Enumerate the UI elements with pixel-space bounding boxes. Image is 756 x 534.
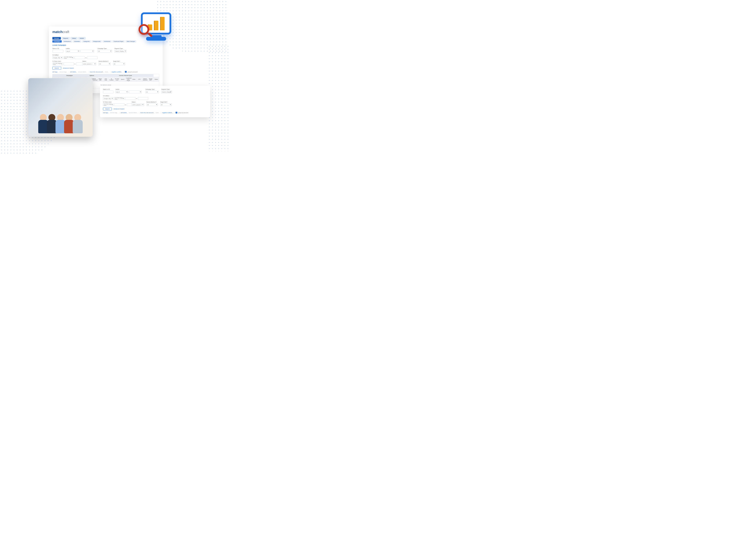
- tab-admin[interactable]: Admin: [78, 37, 86, 39]
- action-move[interactable]: move into new account...: [90, 71, 104, 73]
- input-times-used-from[interactable]: [64, 63, 74, 65]
- f-advanced-search-link[interactable]: Advanced Search: [114, 108, 124, 110]
- sub-nav: Campaigns Notifications Estimates Catego…: [52, 40, 159, 42]
- col-combined[interactable]: Combined Click Target: [125, 77, 131, 82]
- select-status[interactable]: active, paused, n: [82, 63, 96, 65]
- chevron-down-icon: [109, 64, 110, 64]
- col-cpc[interactable]: CPC: [137, 77, 142, 82]
- f-select-labels-mode[interactable]: any of: [116, 90, 128, 93]
- f-input-times-used-from[interactable]: [114, 103, 124, 106]
- decorative-dots-right: [208, 45, 229, 152]
- chevron-down-icon: [110, 51, 111, 51]
- f-label-campaign-type: Campaign Type:: [146, 89, 159, 90]
- col-time[interactable]: % Time Used: [114, 77, 120, 82]
- separator: |: [88, 71, 89, 73]
- f-action-remove-labels[interactable]: remove labels...: [129, 112, 138, 114]
- f-select-times-used-op[interactable]: is in the range from: [103, 103, 113, 106]
- tab-reports[interactable]: Reports: [62, 37, 70, 39]
- select-times-used-op[interactable]: is in the range from: [52, 63, 63, 65]
- subtab-bulk-changes[interactable]: Bulk Changes: [125, 40, 136, 42]
- f-action-remove-tags[interactable]: remove tags...: [110, 112, 118, 114]
- separator: |: [174, 112, 175, 114]
- col-end[interactable]: End Date: [103, 77, 109, 82]
- float-filter-row-1: Name or ID: Labels: any of Campaign Type…: [103, 89, 207, 100]
- select-fulfilled-source[interactable]: Google, Yelp: [52, 56, 63, 59]
- action-remove-tags[interactable]: remove tags...: [60, 71, 68, 73]
- select-target-met[interactable]: All: [113, 63, 125, 65]
- separator: |: [69, 71, 69, 73]
- separator: |: [120, 112, 120, 114]
- checkbox-group-by-account[interactable]: ✓: [125, 71, 127, 73]
- f-action-add-tags[interactable]: add tags...: [103, 112, 109, 114]
- colgroup-campaigns: Campaigns: [53, 74, 86, 77]
- team-photo: [28, 78, 93, 137]
- subtab-disapprovals[interactable]: Disapprovals: [92, 40, 102, 42]
- action-add-tags[interactable]: add tags...: [52, 71, 58, 73]
- f-action-clone[interactable]: clone...: [155, 112, 160, 114]
- action-remove-labels[interactable]: remove labels...: [78, 71, 87, 73]
- f-input-name-id[interactable]: [103, 90, 113, 93]
- f-checkbox-group-by-account[interactable]: ✓: [176, 112, 177, 114]
- f-label-needs-attention: Needs Attention?:: [147, 101, 158, 103]
- input-fulfilled-to[interactable]: [87, 56, 97, 59]
- col-target[interactable]: Target Met?: [148, 77, 153, 82]
- action-add-labels[interactable]: add labels...: [70, 71, 77, 73]
- f-action-move[interactable]: move into new account...: [140, 112, 154, 114]
- chevron-down-icon: [140, 91, 141, 92]
- select-labels-value[interactable]: [80, 50, 94, 53]
- advanced-search-link[interactable]: Advanced Search: [63, 67, 74, 69]
- label-status: Status:: [82, 61, 96, 62]
- bulk-actions: add tags... remove tags... | add labels.…: [52, 71, 159, 73]
- input-fulfilled-from[interactable]: [74, 56, 85, 59]
- select-campaign-type[interactable]: All: [97, 50, 112, 53]
- tab-setup[interactable]: Setup: [70, 37, 77, 39]
- f-select-target-met[interactable]: All: [160, 103, 172, 106]
- action-negative-conflicts[interactable]: negative conflicts...: [112, 71, 122, 73]
- col-spend[interactable]: Spend: [120, 77, 125, 82]
- select-segment-type[interactable]: Search, Display,: [114, 50, 126, 53]
- separator: |: [161, 112, 161, 114]
- label-to: to: [86, 57, 87, 58]
- chevron-down-icon: [125, 51, 126, 51]
- chevron-down-icon: [94, 64, 95, 64]
- subtab-inventories[interactable]: Inventories: [102, 40, 112, 42]
- col-status[interactable]: Status: [153, 77, 159, 82]
- f-label-name-id: Name or ID:: [103, 89, 113, 90]
- col-clicks[interactable]: Clicks: [131, 77, 137, 82]
- f-action-negative-conflicts[interactable]: negative conflicts...: [162, 112, 173, 114]
- f-select-campaign-type[interactable]: All: [146, 90, 159, 93]
- section-title: Locate Campaigns: [52, 44, 159, 46]
- f-search-button[interactable]: Search: [103, 108, 112, 110]
- subtab-categories[interactable]: Categories: [82, 40, 91, 42]
- col-fulfilled[interactable]: % Fulfilled: [109, 77, 114, 82]
- f-select-segment-type[interactable]: Search, Display,: [161, 90, 172, 93]
- action-clone[interactable]: clone...: [105, 71, 109, 73]
- f-select-needs-attention[interactable]: All: [147, 103, 158, 106]
- f-input-fulfilled-to[interactable]: [138, 97, 148, 100]
- colgroup-options: Options: [86, 74, 97, 77]
- separator: |: [123, 71, 124, 73]
- global-search-input[interactable]: [138, 30, 158, 33]
- chevron-down-icon: [112, 98, 113, 99]
- input-name-id[interactable]: [52, 50, 64, 53]
- f-label-times-used: % Times Used:: [103, 101, 129, 103]
- f-select-fulfilled-source[interactable]: Google, Yelp: [103, 97, 113, 100]
- subtab-estimates[interactable]: Estimates: [73, 40, 81, 42]
- subtab-campaigns[interactable]: Campaigns: [52, 40, 62, 42]
- f-input-fulfilled-from[interactable]: [125, 97, 135, 100]
- col-attn[interactable]: Needs Attention: [142, 77, 148, 82]
- subtab-facebook-pages[interactable]: Facebook Pages: [112, 40, 125, 42]
- f-select-labels-value[interactable]: [129, 90, 142, 93]
- select-labels-mode[interactable]: any of: [66, 50, 80, 53]
- f-select-fulfilled-op[interactable]: is in the range from: [114, 97, 124, 100]
- f-select-status[interactable]: active, paused, n: [132, 103, 144, 106]
- tab-manage[interactable]: Manage: [52, 37, 61, 39]
- subtab-notifications[interactable]: Notifications: [62, 40, 72, 42]
- f-action-add-labels[interactable]: add labels...: [121, 112, 128, 114]
- label-group-by-account: group by account: [128, 71, 138, 73]
- select-needs-attention[interactable]: All: [98, 63, 111, 65]
- filter-row-2: % Times Used: is in the range from to St…: [52, 61, 159, 65]
- select-fulfilled-op[interactable]: is in the range from: [64, 56, 74, 59]
- search-button[interactable]: Search: [52, 67, 61, 69]
- col-begin[interactable]: Begin Date: [97, 77, 103, 82]
